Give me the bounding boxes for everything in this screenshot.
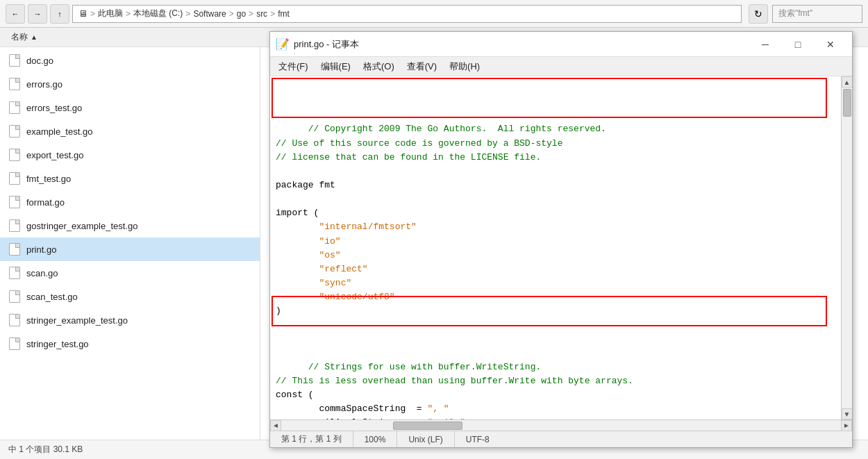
file-item[interactable]: gostringer_example_test.go [0, 214, 260, 237]
breadcrumb-sep2: > [126, 9, 131, 19]
file-name: doc.go [26, 56, 53, 66]
notepad-content: // Copyright 2009 The Go Authors. All ri… [270, 76, 852, 419]
line-ending-text: Unix (LF) [408, 435, 442, 444]
file-icon [8, 337, 21, 350]
maximize-icon: □ [795, 39, 801, 50]
file-name: gostringer_example_test.go [26, 221, 137, 231]
breadcrumb-sep4: > [229, 9, 234, 19]
minimize-icon: ─ [762, 39, 769, 50]
title-bar: ← → ↑ 🖥 > 此电脑 > 本地磁盘 (C:) > Software > g… [0, 0, 868, 28]
file-item[interactable]: scan_test.go [0, 285, 260, 308]
file-item[interactable]: scan.go [0, 261, 260, 285]
breadcrumb-go: go [237, 9, 246, 19]
up-icon: ↑ [58, 10, 62, 18]
menu-view[interactable]: 查看(V) [401, 59, 442, 74]
file-item[interactable]: export_test.go [0, 143, 260, 167]
close-button[interactable]: ✕ [815, 34, 846, 55]
file-item[interactable]: doc.go [0, 49, 260, 72]
breadcrumb-sep6: > [270, 9, 275, 19]
breadcrumb-sep: > [90, 9, 95, 19]
file-name: stringer_example_test.go [26, 315, 128, 326]
position-text: 第 1 行，第 1 列 [281, 433, 342, 445]
file-icon [8, 125, 21, 137]
file-name: errors_test.go [26, 103, 82, 113]
file-icon [8, 219, 21, 232]
breadcrumb-sep5: > [249, 9, 253, 19]
breadcrumb-sep3: > [185, 9, 190, 19]
scroll-left-button[interactable]: ◄ [270, 420, 281, 431]
scroll-thumb-vertical[interactable] [843, 89, 851, 117]
horizontal-scrollbar[interactable]: ◄ ► [270, 419, 852, 431]
breadcrumb-software: Software [193, 9, 226, 19]
scroll-thumb-horizontal[interactable] [393, 422, 462, 430]
scroll-right-icon: ► [843, 422, 850, 429]
refresh-button[interactable]: ↻ [749, 4, 768, 24]
file-icon [8, 243, 21, 256]
menu-help[interactable]: 帮助(H) [444, 59, 485, 74]
scroll-track-vertical[interactable] [842, 87, 852, 408]
vertical-scrollbar[interactable]: ▲ ▼ [841, 76, 852, 419]
file-icon [8, 290, 21, 303]
scroll-track-horizontal[interactable] [281, 420, 841, 431]
file-item[interactable]: errors_test.go [0, 96, 260, 119]
breadcrumb-drive: 本地磁盘 (C:) [133, 8, 183, 19]
file-icon [8, 149, 21, 161]
file-name: export_test.go [26, 150, 83, 160]
scroll-up-button[interactable]: ▲ [842, 76, 853, 87]
notepad-controls: ─ □ ✕ [749, 34, 846, 55]
file-icon [8, 267, 21, 279]
file-name: print.go [26, 244, 56, 255]
title-bar-right: ↻ 搜索"fmt" [749, 4, 862, 24]
search-box[interactable]: 搜索"fmt" [772, 5, 862, 23]
file-name: example_test.go [26, 126, 92, 137]
maximize-button[interactable]: □ [782, 34, 814, 55]
file-item[interactable]: example_test.go [0, 119, 260, 143]
file-item[interactable]: stringer_example_test.go [0, 308, 260, 332]
file-name: errors.go [26, 79, 62, 90]
file-name: scan_test.go [26, 292, 78, 302]
close-icon: ✕ [826, 39, 835, 50]
encoding-text: UTF-8 [466, 435, 490, 444]
code-editor[interactable]: // Copyright 2009 The Go Authors. All ri… [270, 76, 841, 419]
breadcrumb-icon: 🖥 [78, 8, 87, 19]
up-button[interactable]: ↑ [50, 4, 69, 24]
notepad-title: print.go - 记事本 [294, 38, 749, 51]
refresh-icon: ↻ [754, 8, 762, 19]
back-button[interactable]: ← [6, 4, 25, 24]
search-placeholder: 搜索"fmt" [778, 8, 812, 19]
file-item-selected[interactable]: print.go [0, 237, 260, 261]
breadcrumb-computer: 此电脑 [98, 8, 123, 19]
file-icon [8, 314, 21, 326]
breadcrumb-src: src [256, 9, 267, 19]
minimize-button[interactable]: ─ [749, 34, 781, 55]
file-name: stringer_test.go [26, 339, 89, 349]
menu-format[interactable]: 格式(O) [358, 59, 400, 74]
scroll-up-icon: ▲ [844, 78, 851, 86]
file-icon [8, 78, 21, 90]
menu-edit[interactable]: 编辑(E) [315, 59, 356, 74]
status-text: 中 1 个项目 30.1 KB [8, 444, 83, 456]
file-item[interactable]: fmt_test.go [0, 167, 260, 190]
menu-file[interactable]: 文件(F) [273, 59, 314, 74]
notepad-app-icon: 📝 [276, 37, 290, 51]
notepad-menubar: 文件(F) 编辑(E) 格式(O) 查看(V) 帮助(H) [270, 57, 852, 76]
scroll-right-button[interactable]: ► [841, 420, 852, 431]
file-item[interactable]: format.go [0, 190, 260, 214]
forward-button[interactable]: → [28, 4, 47, 24]
file-item[interactable]: stringer_test.go [0, 332, 260, 356]
scroll-down-button[interactable]: ▼ [842, 408, 853, 419]
scroll-left-icon: ◄ [272, 422, 279, 429]
address-bar[interactable]: 🖥 > 此电脑 > 本地磁盘 (C:) > Software > go > sr… [72, 5, 742, 23]
cursor-position: 第 1 行，第 1 列 [270, 431, 353, 447]
file-icon [8, 101, 21, 114]
forward-icon: → [34, 10, 42, 18]
file-name: fmt_test.go [26, 174, 71, 184]
file-icon [8, 196, 21, 208]
file-item[interactable]: errors.go [0, 72, 260, 96]
file-panel: doc.go errors.go errors_test.go example_… [0, 47, 260, 440]
breadcrumb-fmt: fmt [278, 9, 290, 19]
name-column-header: 名称 [11, 31, 28, 43]
zoom-text: 100% [365, 435, 386, 444]
highlight-box-1 [272, 78, 827, 118]
file-list: doc.go errors.go errors_test.go example_… [0, 47, 260, 440]
